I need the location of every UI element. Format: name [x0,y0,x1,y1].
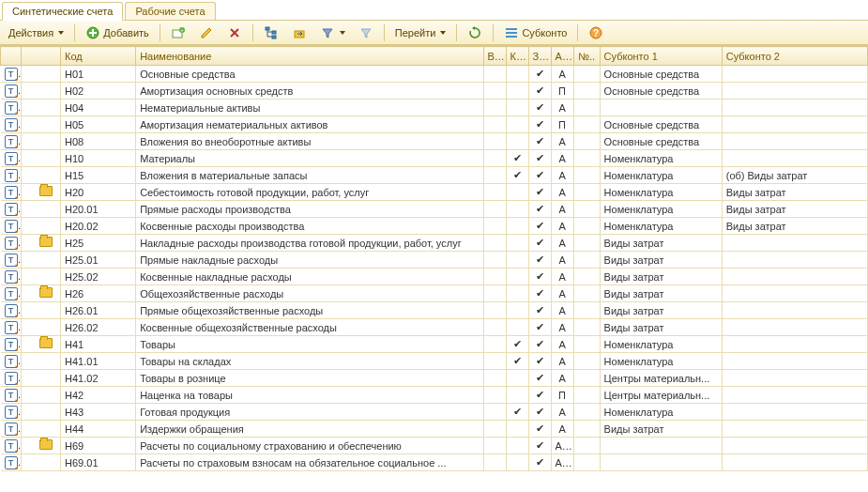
b-cell [483,421,506,438]
sk2-cell [722,387,867,404]
table-row[interactable]: TН41.01Товары на складах✔✔АНоменклатура [1,353,868,370]
header-sk2[interactable]: Субконто 2 [722,47,867,66]
separator [577,24,578,41]
header-no[interactable]: №.. [573,47,600,66]
table-row[interactable]: TН26Общехозяйственные расходы✔АВиды затр… [1,285,868,302]
no-cell [573,438,600,454]
check-icon: ✔ [536,304,544,316]
table-row[interactable]: TН26.02Косвенные общехозяйственные расхо… [1,319,868,336]
move-button[interactable] [287,23,312,42]
table-row[interactable]: TН08Вложения во внеоборотные активы✔АОсн… [1,133,868,150]
header-folder[interactable] [22,47,61,66]
sk1-cell: Номенклатура [600,167,722,184]
a-cell: А [551,285,573,302]
row-marker-cell: T [1,201,22,218]
table-row[interactable]: TН25Накладные расходы производства готов… [1,235,868,252]
sk2-cell [722,235,867,252]
table-row[interactable]: TН41Товары✔✔АНоменклатура [1,336,868,353]
table-row[interactable]: TН69.01Расчеты по страховым взносам на о… [1,454,868,471]
account-icon: T [5,135,18,148]
z-cell: ✔ [528,201,551,218]
table-row[interactable]: TН25.01Прямые накладные расходы✔АВиды за… [1,252,868,269]
code-cell: Н41.02 [61,370,136,387]
header-sk1[interactable]: Субконто 1 [600,47,722,66]
header-k[interactable]: К... [506,47,528,66]
delete-button[interactable] [222,23,247,42]
table-row[interactable]: TН25.02Косвенные накладные расходы✔АВиды… [1,269,868,285]
header-rowicon[interactable] [1,47,22,66]
table-row[interactable]: TН05Амортизация нематериальных активов✔П… [1,116,868,133]
k-cell: ✔ [506,336,528,353]
check-icon: ✔ [536,372,544,384]
goto-button[interactable]: Перейти [390,23,451,42]
no-cell [573,319,600,336]
k-cell [506,285,528,302]
table-row[interactable]: TН10Материалы✔✔АНоменклатура [1,150,868,167]
table-row[interactable]: TН44Издержки обращения✔АВиды затрат [1,421,868,438]
header-name[interactable]: Наименование [136,47,483,66]
row-marker-cell: T [1,353,22,370]
account-icon: T [5,439,18,453]
separator [74,24,75,41]
a-cell: А [551,302,573,319]
sk2-cell [722,252,867,269]
sk1-cell: Центры материальн... [600,370,722,387]
a-cell: А [551,319,573,336]
filter2-button[interactable] [354,23,378,42]
check-icon: ✔ [536,423,544,435]
actions-button[interactable]: Действия [4,23,69,42]
row-marker-cell: T [1,269,22,285]
tab-working-accounts[interactable]: Рабочие счета [125,2,215,20]
account-icon: T [5,169,18,182]
table-row[interactable]: TН42Наценка на товары✔ПЦентры материальн… [1,387,868,404]
header-code[interactable]: Код [61,47,136,66]
account-icon: T [5,406,18,419]
help-button[interactable]: ? [584,23,608,42]
check-icon: ✔ [536,355,544,367]
filter1-button[interactable] [315,23,350,42]
table-row[interactable]: TН41.02Товары в рознице✔АЦентры материал… [1,370,868,387]
tab-synthetic-accounts[interactable]: Синтетические счета [2,2,123,21]
add-button[interactable]: Добавить [81,23,154,42]
add-row-button[interactable]: + [166,23,190,42]
folder-cell [22,421,61,438]
folder-cell [22,150,61,167]
a-cell: А [551,201,573,218]
table-row[interactable]: TН02Амортизация основных средств✔ПОсновн… [1,83,868,100]
k-cell [506,438,528,454]
table-row[interactable]: TН20.02Косвенные расходы производства✔АН… [1,218,868,235]
row-marker-cell: T [1,387,22,404]
sk1-cell: Номенклатура [600,404,722,421]
table-row[interactable]: TН20.01Прямые расходы производства✔АНоме… [1,201,868,218]
header-a[interactable]: А... [551,47,573,66]
edit-button[interactable] [194,23,219,42]
table-row[interactable]: TН04Нематериальные активы✔А [1,100,868,116]
k-cell [506,66,528,83]
subkonto-button[interactable]: Субконто [499,23,571,42]
k-cell: ✔ [506,167,528,184]
grid[interactable]: Код Наименование В... К... З... А... №..… [0,45,868,492]
sk2-cell [722,404,867,421]
table-row[interactable]: TН69Расчеты по социальному страхованию и… [1,438,868,454]
tab-label: Рабочие счета [135,6,205,17]
k-cell [506,218,528,235]
header-b[interactable]: В... [483,47,506,66]
table-row[interactable]: TН01Основные средства✔АОсновные средства [1,66,868,83]
account-icon: T [5,254,18,267]
no-cell [573,387,600,404]
z-cell: ✔ [528,404,551,421]
row-marker-cell: T [1,116,22,133]
refresh-button[interactable] [463,23,487,42]
row-marker-cell: T [1,336,22,353]
header-z[interactable]: З... [528,47,551,66]
table-row[interactable]: TН15Вложения в материальные запасы✔✔АНом… [1,167,868,184]
check-icon: ✔ [536,135,544,147]
table-row[interactable]: TН26.01Прямые общехозяйственные расходы✔… [1,302,868,319]
code-cell: Н20.01 [61,201,136,218]
table-row[interactable]: TН43Готовая продукция✔✔АНоменклатура [1,404,868,421]
folder-cell [22,83,61,100]
table-row[interactable]: TН20Себестоимость готовой продукции, раб… [1,184,868,201]
svg-rect-11 [506,32,517,34]
hierarchy-button[interactable] [259,23,283,42]
sk1-cell [600,454,722,471]
